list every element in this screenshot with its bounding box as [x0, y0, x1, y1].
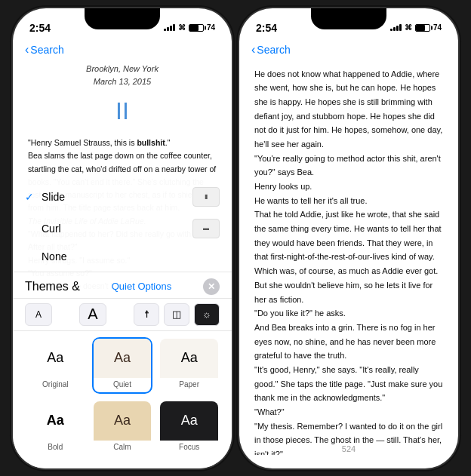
transition-options: ✓ Slide ▮ ✓ Curl ▬ ✓ None: [13, 175, 232, 272]
right-signal-bars: [390, 24, 402, 31]
r-para-3: Henry looks up.: [254, 180, 443, 194]
theme-calm-card[interactable]: Aa Calm: [92, 400, 153, 456]
theme-bold-card[interactable]: Aa Bold: [25, 400, 86, 456]
notch: [85, 8, 160, 29]
theme-focus-sample: Aa: [160, 401, 218, 441]
theme-calm-sample: Aa: [94, 401, 152, 441]
transition-curl[interactable]: ✓ Curl ▬: [25, 213, 220, 244]
themes-header-row: Themes & Quiet Options ✕: [13, 272, 232, 298]
left-status-bar: 2:54 ⌘ 74: [13, 8, 232, 41]
font-decrease-button[interactable]: A: [25, 303, 52, 326]
r-para-5: That he told Addie, just like he wrote, …: [254, 207, 443, 278]
r-para-7: "Do you like it?" he asks.: [254, 306, 443, 321]
wifi-icon: ⌘: [178, 23, 186, 32]
right-status-bar: 2:54 ⌘ 74: [239, 8, 458, 41]
right-wifi-icon: ⌘: [405, 23, 412, 32]
transition-none[interactable]: ✓ None: [25, 244, 220, 269]
theme-paper-label: Paper: [179, 378, 199, 392]
curl-thumb: ▬: [192, 219, 220, 238]
font-increase-button[interactable]: A: [79, 303, 106, 326]
font-style-controls: ☨ ◫ ☼: [134, 303, 220, 326]
theme-original-label: Original: [42, 378, 68, 392]
brightness-button[interactable]: ☼: [194, 303, 220, 326]
check-curl: ✓: [25, 223, 37, 235]
r-para-9: "It's good, Henry," she says. "It's real…: [254, 363, 443, 405]
right-book-text: He does not know what happened to Addie,…: [254, 67, 443, 455]
chapter-numeral: II: [28, 92, 217, 131]
left-back-button[interactable]: ‹ Search: [25, 43, 64, 57]
theme-original-sample: Aa: [26, 339, 85, 378]
font-type-button[interactable]: ☨: [134, 303, 159, 326]
right-book-content: He does not know what happened to Addie,…: [239, 63, 458, 455]
book-location: Brooklyn, New YorkMarch 13, 2015: [28, 63, 217, 89]
battery-pct: 74: [207, 23, 215, 32]
para-1: "Henry Samuel Strauss, this is bullshit.…: [28, 137, 217, 149]
columns-button[interactable]: ◫: [164, 303, 189, 326]
right-battery-pct: 74: [433, 23, 442, 32]
curl-label: Curl: [42, 223, 61, 235]
phones-container: 2:54 ⌘ 74 ‹ Search Brooklyn, New YorkMar…: [13, 8, 458, 468]
right-time: 2:54: [256, 22, 277, 34]
r-para-6: But she wouldn't believe him, so he lets…: [254, 278, 443, 306]
right-nav-bar: ‹ Search: [239, 41, 458, 63]
signal-bars: [164, 24, 175, 31]
left-status-icons: ⌘ 74: [164, 23, 215, 32]
theme-focus-label: Focus: [179, 441, 199, 455]
theme-grid: Aa Original Aa Quiet Aa Paper Aa Bold Aa: [13, 331, 232, 468]
check-none: ✓: [25, 250, 37, 263]
themes-section-title: Themes &: [25, 280, 80, 293]
theme-quiet-sample: Aa: [94, 339, 152, 378]
page-number: 524: [239, 444, 458, 453]
right-back-button[interactable]: ‹ Search: [251, 43, 291, 57]
theme-bold-sample: Aa: [26, 401, 85, 441]
right-battery-icon: [415, 24, 430, 32]
right-back-label: Search: [257, 44, 290, 56]
left-nav-bar: ‹ Search: [13, 41, 232, 63]
theme-quiet-card[interactable]: Aa Quiet: [92, 337, 153, 394]
slide-thumb: ▮: [192, 187, 220, 207]
left-time: 2:54: [29, 22, 51, 34]
left-back-label: Search: [30, 44, 63, 56]
right-phone: 2:54 ⌘ 74 ‹ Search He does not know: [239, 8, 458, 468]
quiet-options-label[interactable]: Quiet Options: [112, 281, 172, 292]
back-chevron-icon: ‹: [25, 43, 29, 57]
r-para-4: He wants to tell her it's all true.: [254, 194, 443, 208]
none-label: None: [42, 250, 66, 263]
slide-label: Slide: [42, 191, 65, 203]
theme-original-card[interactable]: Aa Original: [25, 337, 86, 394]
transition-slide[interactable]: ✓ Slide ▮: [25, 181, 220, 213]
r-para-2: "You're really going to method actor thi…: [254, 152, 443, 180]
theme-quiet-label: Quiet: [113, 378, 131, 392]
right-notch: [311, 8, 386, 29]
r-para-1: He does not know what happened to Addie,…: [254, 67, 443, 152]
r-para-10: "What?": [254, 405, 443, 419]
r-para-8: And Bea breaks into a grin. There is no …: [254, 321, 443, 363]
theme-bold-label: Bold: [48, 441, 63, 455]
theme-paper-sample: Aa: [160, 339, 218, 378]
theme-focus-card[interactable]: Aa Focus: [159, 400, 220, 456]
left-phone: 2:54 ⌘ 74 ‹ Search Brooklyn, New YorkMar…: [13, 8, 232, 468]
font-controls: A A ☨ ◫ ☼: [13, 298, 232, 331]
theme-panel: ✓ Slide ▮ ✓ Curl ▬ ✓ None: [13, 175, 232, 468]
battery-icon: [189, 24, 204, 32]
theme-paper-card[interactable]: Aa Paper: [159, 337, 220, 394]
theme-calm-label: Calm: [113, 441, 131, 455]
check-slide: ✓: [25, 191, 37, 203]
right-status-icons: ⌘ 74: [390, 23, 442, 32]
right-back-chevron-icon: ‹: [251, 43, 255, 57]
close-button[interactable]: ✕: [203, 278, 220, 295]
